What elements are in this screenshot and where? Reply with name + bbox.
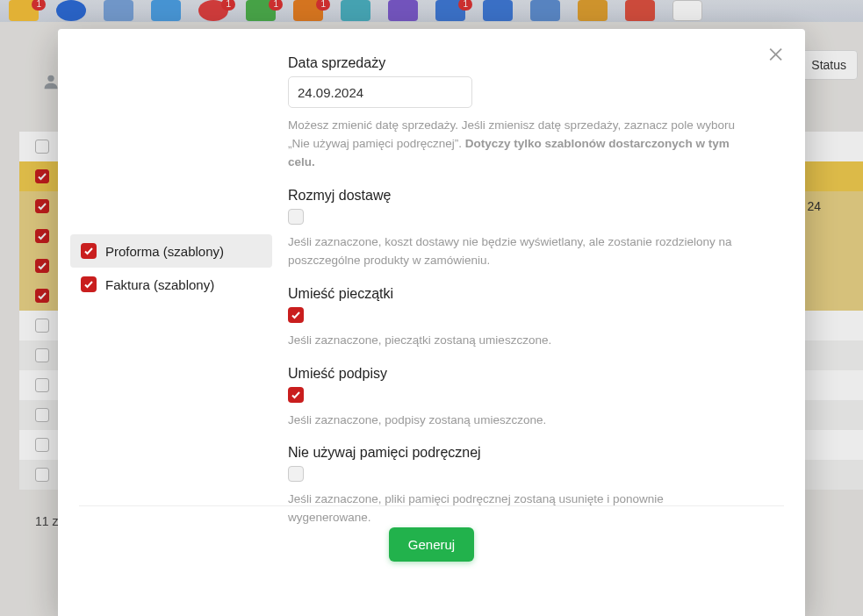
place-stamps-checkbox[interactable] xyxy=(288,307,304,323)
template-label: Proforma (szablony) xyxy=(105,244,224,259)
no-cache-label: Nie używaj pamięci podręcznej xyxy=(288,445,784,461)
sale-date-input[interactable] xyxy=(288,76,472,108)
blur-delivery-checkbox[interactable] xyxy=(288,209,304,225)
place-stamps-help: Jeśli zaznaczone, pieczątki zostaną umie… xyxy=(288,332,744,350)
place-signatures-help: Jeśli zaznaczone, podpisy zostaną umiesz… xyxy=(288,412,744,430)
template-checkbox[interactable] xyxy=(81,243,97,259)
template-item-faktura[interactable]: Faktura (szablony) xyxy=(70,268,272,301)
place-signatures-checkbox[interactable] xyxy=(288,387,304,403)
template-label: Faktura (szablony) xyxy=(105,277,214,292)
templates-list: Proforma (szablony) Faktura (szablony) xyxy=(70,234,272,301)
generate-documents-modal: Proforma (szablony) Faktura (szablony) D… xyxy=(58,29,805,616)
template-checkbox[interactable] xyxy=(81,276,97,292)
place-signatures-label: Umieść podpisy xyxy=(288,366,784,382)
place-stamps-label: Umieść pieczątki xyxy=(288,286,784,302)
blur-delivery-help: Jeśli zaznaczone, koszt dostawy nie będz… xyxy=(288,233,744,270)
template-item-proforma[interactable]: Proforma (szablony) xyxy=(70,234,272,268)
no-cache-help: Jeśli zaznaczone, pliki pamięci podręczn… xyxy=(288,491,744,527)
sale-date-help: Możesz zmienić datę sprzedaży. Jeśli zmi… xyxy=(288,117,744,172)
blur-delivery-label: Rozmyj dostawę xyxy=(288,188,784,204)
sale-date-label: Data sprzedaży xyxy=(288,55,784,71)
no-cache-checkbox[interactable] xyxy=(288,466,304,482)
modal-overlay: Proforma (szablony) Faktura (szablony) D… xyxy=(0,0,863,616)
form-column: Data sprzedaży Możesz zmienić datę sprze… xyxy=(288,50,784,527)
generate-button[interactable]: Generuj xyxy=(389,527,474,562)
